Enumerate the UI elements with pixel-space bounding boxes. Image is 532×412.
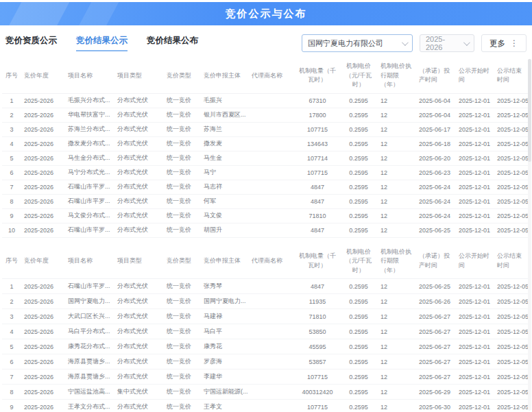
vertical-scrollbar[interactable] — [528, 59, 531, 411]
table-cell: 12 — [378, 324, 416, 339]
table-cell: 0.2595 — [339, 136, 378, 151]
table-cell: 71810 — [295, 309, 339, 324]
tab-item-3[interactable]: 竞价结果公布 — [147, 35, 198, 51]
table-cell: 2025-12-05 — [494, 180, 530, 194]
table-row: 12025-2026毛振兴分布式...分布式光伏统一竞价毛振兴673100.25… — [2, 93, 530, 108]
table-cell: 4847 — [295, 194, 339, 208]
table-cell: 2025-2026 — [21, 279, 65, 294]
table-cell — [249, 354, 295, 369]
table-cell: 分布式光伏 — [114, 208, 164, 223]
table-row: 72025-2026海原县贾塘乡...分布式光伏统一竞价李建华1077150.2… — [2, 369, 530, 385]
table-cell: 分布式光伏 — [114, 294, 164, 309]
table-cell: 0.2595 — [339, 208, 378, 223]
table-cell: 2025-12-05 — [494, 400, 530, 412]
column-header: 机制电量（千瓦时） — [295, 58, 339, 93]
table-cell: 2025-12-01 — [456, 151, 494, 165]
table-cell: 2025-06-27 — [416, 309, 456, 324]
scrollbar-thumb[interactable] — [528, 59, 531, 162]
table-cell: 2025-12-05 — [494, 194, 530, 208]
table-cell: 2025-12-05 — [494, 122, 530, 136]
column-header: （承诺）投产时间 — [416, 244, 456, 279]
table-cell: 12 — [378, 151, 416, 165]
table-cell — [249, 151, 295, 165]
column-header: 机制电价执行期限（年） — [378, 58, 416, 93]
table-cell: 2025-12-01 — [456, 309, 494, 324]
table-cell: 2025-06-24 — [416, 208, 456, 223]
table-cell: 53857 — [295, 354, 339, 369]
table-cell: 分布式光伏 — [114, 309, 164, 324]
table-cell: 0.2595 — [339, 194, 378, 208]
year-select-value: 2025-2026 — [426, 35, 459, 51]
table-cell: 12 — [378, 309, 416, 324]
table-cell — [249, 309, 295, 324]
table-cell: 苏海兰分布式... — [65, 122, 114, 136]
table-cell: 4847 — [295, 223, 339, 237]
table-cell: 统一竞价 — [164, 108, 201, 122]
table-cell: 2025-12-05 — [494, 385, 530, 400]
banner-decoration — [62, 2, 130, 25]
table-cell: 2025-12-01 — [456, 324, 494, 339]
table-cell: 2025-12-05 — [494, 339, 530, 354]
table-cell: 统一竞价 — [164, 369, 201, 385]
column-header: 公示结束时间 — [494, 58, 530, 93]
table-cell: 2025-2026 — [21, 354, 65, 369]
table-cell: 6 — [2, 354, 21, 369]
table-cell: 2 — [2, 294, 21, 309]
table-cell: 12 — [378, 208, 416, 223]
tables-container: 序号竞价年度项目名称项目类型竞价类型竞价申报主体代理商名称机制电量（千瓦时）机制… — [0, 58, 532, 412]
table-cell: 2025-2026 — [21, 165, 65, 180]
table-cell: 71810 — [295, 208, 339, 223]
table-cell: 银川市西夏区... — [201, 108, 249, 122]
table-cell: 马志祥 — [201, 180, 249, 194]
table-cell: 统一竞价 — [164, 309, 201, 324]
table-cell — [249, 93, 295, 108]
tab-item-2[interactable]: 竞价结果公示 — [76, 35, 128, 51]
table-cell: 2025-12-01 — [456, 93, 494, 108]
column-header: 竞价类型 — [164, 58, 201, 93]
tab-item-1[interactable]: 竞价资质公示 — [5, 35, 57, 51]
company-select[interactable]: 国网宁夏电力有限公司 — [302, 34, 413, 52]
table-cell: 统一竞价 — [164, 324, 201, 339]
table-cell: 马白平 — [201, 324, 249, 339]
table-cell: 12 — [378, 223, 416, 237]
table-cell — [249, 136, 295, 151]
table-cell — [249, 324, 295, 339]
year-select[interactable]: 2025-2026 — [420, 34, 474, 52]
table-cell: 毛振兴 — [201, 93, 249, 108]
table-cell: 分布式光伏 — [114, 354, 164, 369]
table-cell: 王孝文分布式... — [65, 400, 114, 412]
table-cell: 毛振兴分布式... — [65, 93, 114, 108]
table-cell: 统一竞价 — [164, 354, 201, 369]
table-cell: 12 — [378, 385, 416, 400]
table-cell: 0.2595 — [339, 93, 378, 108]
table-cell: 9 — [2, 400, 21, 412]
table-cell: 国网宁夏电力... — [201, 294, 249, 309]
table-cell: 分布式光伏 — [114, 339, 164, 354]
table-cell: 0.2595 — [339, 151, 378, 165]
table-cell: 12 — [378, 279, 416, 294]
table-cell: 分布式光伏 — [114, 108, 164, 122]
table-cell: 集中式光伏 — [114, 385, 164, 400]
more-button[interactable]: 更多 ⋮ — [481, 34, 527, 52]
table-cell: 12 — [378, 108, 416, 122]
column-header: 机制电价执行期限（年） — [378, 244, 416, 279]
table-cell: 统一竞价 — [164, 136, 201, 151]
table-cell — [249, 279, 295, 294]
table-cell: 2025-2026 — [21, 108, 65, 122]
table-cell: 2025-2026 — [21, 151, 65, 165]
table-cell: 2025-12-01 — [456, 194, 494, 208]
table-cell: 12 — [378, 136, 416, 151]
column-header: 序号 — [2, 244, 21, 279]
column-header: 项目名称 — [65, 58, 114, 93]
table-cell: 2025-12-01 — [456, 136, 494, 151]
table-cell: 撒发麦 — [201, 136, 249, 151]
table-cell: 分布式光伏 — [114, 93, 164, 108]
table-row: 62025-2026海原县贾塘乡...分布式光伏统一竞价罗彦海538570.25… — [2, 354, 530, 369]
more-button-label: 更多 — [489, 38, 505, 49]
table-cell: 67310 — [295, 93, 339, 108]
table-row: 92025-2026马文俊分布式...分布式光伏统一竞价马文俊718100.25… — [2, 208, 530, 223]
table-cell — [249, 369, 295, 385]
table-header-row: 序号竞价年度项目名称项目类型竞价类型竞价申报主体代理商名称机制电量（千瓦时）机制… — [2, 244, 530, 279]
table-cell — [249, 385, 295, 400]
table-cell: 撒发麦分布式... — [65, 136, 114, 151]
